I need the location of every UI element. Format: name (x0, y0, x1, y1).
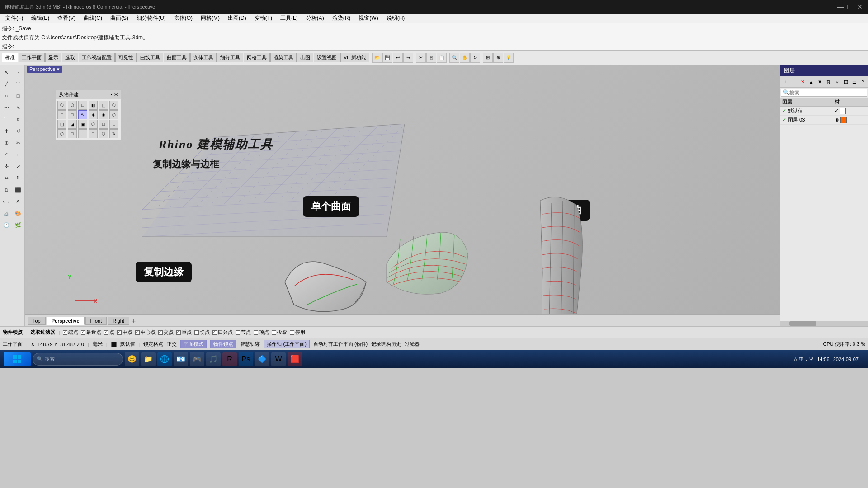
menu-tools[interactable]: 工具(L) (277, 14, 302, 23)
lt-trim[interactable]: ✂ (13, 137, 24, 148)
lt-offset[interactable]: ⊏ (13, 149, 24, 160)
rp-icon-grid2[interactable]: ⊞ (842, 77, 849, 86)
fp-icon-23[interactable]: ⬡ (99, 129, 108, 138)
sb-color-box[interactable] (111, 342, 117, 347)
menu-help[interactable]: 说明(H) (383, 14, 409, 23)
taskbar-app-explorer[interactable]: 📁 (141, 352, 156, 366)
tb-icon-zoom[interactable]: 🔍 (449, 53, 459, 63)
fp-icon-14[interactable]: ◪ (68, 120, 77, 129)
float-panel[interactable]: 从物件建 · ✕ ⬡ ⬡ □ ◧ ◫ ⬡ □ □ ↖ ◈ (56, 90, 121, 140)
tb-tab-meshtools[interactable]: 网格工具 (244, 53, 270, 62)
lt-grasshopper[interactable]: 🌿 (13, 220, 24, 230)
snap-cb-near[interactable] (81, 330, 85, 335)
sb-filter[interactable]: 过滤器 (405, 341, 420, 347)
menu-mesh[interactable]: 网格(M) (197, 14, 223, 23)
fp-icon-17[interactable]: □ (99, 120, 108, 129)
taskbar-search[interactable]: 🔍 搜索 (33, 353, 123, 366)
lt-nurbs[interactable]: ∿ (13, 102, 24, 113)
tb-tab-surface[interactable]: 曲面工具 (164, 53, 190, 62)
layer-check-default[interactable]: ✓ (782, 108, 786, 114)
tb-tab-display[interactable]: 显示 (45, 53, 61, 62)
vp-tab-add[interactable]: + (130, 317, 137, 324)
taskbar-app-emoji[interactable]: 😊 (125, 352, 139, 366)
viewport-canvas[interactable]: 从物件建 · ✕ ⬡ ⬡ □ ◧ ◫ ⬡ □ □ ↖ ◈ (25, 65, 780, 326)
taskbar-app-other1[interactable]: 🔷 (255, 352, 269, 366)
sb-mode-snap[interactable]: 物件锁点 (210, 340, 236, 348)
snap-cb-point[interactable] (104, 330, 108, 335)
fp-icon-20[interactable]: □ (68, 129, 77, 138)
snap-disable[interactable]: 停用 (290, 329, 305, 336)
tb-tab-select[interactable]: 选取 (62, 53, 78, 62)
fp-icon-9[interactable]: ↖ (78, 110, 87, 119)
layer-vis-default[interactable]: ✓ (835, 108, 839, 114)
lt-curve[interactable]: 〜 (1, 102, 12, 113)
rp-icon-new[interactable]: + (781, 77, 789, 86)
lt-mirror[interactable]: ⇔ (1, 173, 12, 183)
lt-rect[interactable]: □ (13, 90, 24, 101)
tb-icon-grid[interactable]: ⊞ (483, 53, 493, 63)
menu-file[interactable]: 文件(F) (2, 14, 27, 23)
fp-icon-12[interactable]: ⬡ (109, 110, 118, 119)
maximize-button[interactable]: □ (847, 4, 854, 10)
snap-cb-center[interactable] (135, 330, 140, 335)
lt-text[interactable]: A (13, 196, 24, 207)
lt-render2[interactable]: 🎨 (13, 208, 24, 219)
cmd-line3[interactable]: 指令: (2, 42, 866, 51)
layer-name-default[interactable]: 默认值 (788, 108, 803, 114)
close-button[interactable]: ✕ (857, 4, 863, 10)
snap-cb-vertex[interactable] (254, 330, 258, 335)
tb-tab-print[interactable]: 出图 (297, 53, 313, 62)
fp-icon-10[interactable]: ◈ (89, 110, 98, 119)
snap-midpoint[interactable]: 中点 (117, 329, 132, 336)
lt-extrude[interactable]: ⬆ (1, 126, 12, 136)
snap-cb-project[interactable] (272, 330, 276, 335)
snap-cb-disable[interactable] (290, 330, 294, 335)
scrollbar-thumb[interactable] (789, 321, 816, 326)
taskbar-app-mail[interactable]: 📧 (174, 352, 188, 366)
snap-point[interactable]: 点 (104, 329, 114, 336)
snap-quad[interactable]: 四分点 (212, 329, 233, 336)
float-panel-dock[interactable]: · (111, 92, 112, 98)
taskbar-app-other3[interactable]: 🟥 (288, 352, 302, 366)
fp-icon-24[interactable]: ↻ (109, 129, 118, 138)
rp-icon-down[interactable]: ▼ (816, 77, 824, 86)
taskbar-app-ps[interactable]: Ps (239, 352, 253, 366)
fp-icon-6[interactable]: ⬡ (109, 101, 118, 110)
taskbar-app-game[interactable]: 🎮 (190, 352, 204, 366)
right-panel-scrollbar[interactable] (780, 321, 868, 326)
layer-row-default[interactable]: ✓ 默认值 ✓ (780, 107, 868, 116)
fp-icon-3[interactable]: □ (78, 101, 87, 110)
rp-icon-sort[interactable]: ⇅ (825, 77, 832, 86)
snap-project[interactable]: 投影 (272, 329, 287, 336)
rp-icon-list[interactable]: ☰ (851, 77, 859, 86)
lt-dim[interactable]: ⟷ (1, 196, 12, 207)
snap-cb-knot[interactable] (236, 330, 240, 335)
tb-tab-visible[interactable]: 可见性 (115, 53, 137, 62)
snap-cb-endpoint[interactable] (63, 330, 67, 335)
lt-surface[interactable]: ⬜ (1, 114, 12, 125)
menu-curve[interactable]: 曲线(C) (80, 14, 106, 23)
fp-icon-4[interactable]: ◧ (89, 101, 98, 110)
fp-icon-16[interactable]: ⬡ (89, 120, 98, 129)
sb-lock-grid[interactable]: 锁定格点 (143, 341, 163, 347)
viewport-perspective[interactable]: 从物件建 · ✕ ⬡ ⬡ □ ◧ ◫ ⬡ □ □ ↖ ◈ (25, 65, 780, 326)
tb-tab-solid[interactable]: 实体工具 (190, 53, 217, 62)
layer-row-03[interactable]: ✓ 图层 03 👁 (780, 116, 868, 125)
rp-icon-filter[interactable]: ▿ (833, 77, 841, 86)
fp-icon-13[interactable]: ◫ (57, 120, 66, 129)
lt-analyze[interactable]: 🔬 (1, 208, 12, 219)
start-button[interactable] (4, 352, 31, 366)
lt-array[interactable]: ⠿ (13, 173, 24, 183)
menu-analysis[interactable]: 分析(A) (302, 14, 328, 23)
snap-cb-intersect[interactable] (158, 330, 163, 335)
layer-check-03[interactable]: ✓ (782, 117, 786, 123)
rp-icon-delete[interactable]: − (790, 77, 797, 86)
snap-vertex[interactable]: 顶点 (254, 329, 269, 336)
taskbar-app-media[interactable]: 🎵 (206, 352, 221, 366)
lt-select[interactable]: ↖ (1, 67, 12, 78)
snap-tangent[interactable]: 切点 (194, 329, 210, 336)
tb-tab-setview[interactable]: 设置视图 (314, 53, 340, 62)
tb-icon-open[interactable]: 📂 (372, 53, 382, 63)
lt-boolean[interactable]: ⊕ (1, 137, 12, 148)
tb-tab-workplane[interactable]: 工作平面 (19, 53, 45, 62)
